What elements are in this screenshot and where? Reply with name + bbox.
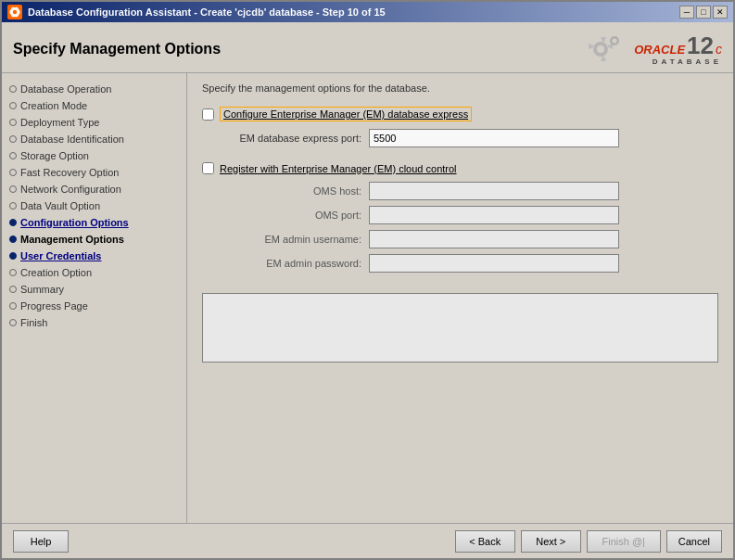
sidebar-item-network-configuration[interactable]: Network Configuration <box>2 181 186 197</box>
sidebar-dot <box>9 135 17 143</box>
sidebar-dot <box>9 286 17 293</box>
svg-point-6 <box>613 39 617 44</box>
em-express-label[interactable]: Configure Enterprise Manager (EM) databa… <box>220 107 472 121</box>
cloud-control-checkbox[interactable] <box>202 162 214 174</box>
help-button[interactable]: Help <box>13 530 69 553</box>
sidebar-dot <box>9 185 17 193</box>
oracle-brand-text: ORACLE 12c DATABASE <box>634 33 722 66</box>
sidebar-dot <box>9 202 17 210</box>
footer-left: Help <box>13 530 69 553</box>
main-window: Database Configuration Assistant - Creat… <box>0 0 735 560</box>
sidebar-dot <box>9 119 17 126</box>
sidebar-item-configuration-options[interactable]: Configuration Options <box>2 214 186 231</box>
em-admin-password-label: EM admin password: <box>221 258 369 269</box>
oracle-name: ORACLE <box>634 43 685 57</box>
sidebar-item-summary[interactable]: Summary <box>2 281 186 298</box>
em-port-label: EM database express port: <box>221 133 369 144</box>
sidebar-dot <box>9 235 17 243</box>
header-area: Specify Management Options ORACLE 12c <box>2 22 733 73</box>
sidebar-item-fast-recovery-option[interactable]: Fast Recovery Option <box>2 164 186 181</box>
em-admin-username-label: EM admin username: <box>221 234 369 245</box>
sidebar-item-database-identification[interactable]: Database Identification <box>2 131 186 147</box>
em-express-checkbox-row: Configure Enterprise Manager (EM) databa… <box>202 107 718 121</box>
em-port-input[interactable] <box>369 129 619 147</box>
sidebar-dot <box>9 102 17 109</box>
oms-port-input[interactable] <box>369 206 619 224</box>
oms-host-row: OMS host: <box>202 182 718 200</box>
em-admin-password-row: EM admin password: <box>202 254 718 273</box>
window-title: Database Configuration Assistant - Creat… <box>28 6 386 18</box>
sidebar-dot <box>9 169 17 176</box>
sidebar-item-creation-option[interactable]: Creation Option <box>2 264 186 281</box>
main-content: Database Operation Creation Mode Deploym… <box>2 73 733 523</box>
oms-host-label: OMS host: <box>221 185 369 197</box>
footer-right: < Back Next > Finish @| Cancel <box>455 530 722 553</box>
em-port-row: EM database express port: <box>202 129 718 147</box>
sidebar: Database Operation Creation Mode Deploym… <box>2 73 187 523</box>
version-number: 12 <box>687 33 714 57</box>
sidebar-item-finish[interactable]: Finish <box>2 314 186 331</box>
sidebar-dot <box>9 85 17 93</box>
sidebar-item-progress-page[interactable]: Progress Page <box>2 298 186 314</box>
sidebar-dot <box>9 252 17 260</box>
sidebar-item-storage-option[interactable]: Storage Option <box>2 147 186 164</box>
sidebar-dot <box>9 152 17 159</box>
app-icon <box>7 5 22 19</box>
description-text: Specify the management options for the d… <box>202 83 718 94</box>
oms-port-row: OMS port: <box>202 206 718 224</box>
version-suffix: c <box>716 42 722 57</box>
cloud-control-label[interactable]: Register with Enterprise Manager (EM) cl… <box>220 163 457 174</box>
content-area: Specify the management options for the d… <box>187 73 733 523</box>
database-label: DATABASE <box>653 57 722 66</box>
sidebar-item-creation-mode[interactable]: Creation Mode <box>2 97 186 114</box>
page-title: Specify Management Options <box>13 41 221 57</box>
oms-host-input[interactable] <box>369 182 619 200</box>
em-admin-password-input[interactable] <box>369 254 619 273</box>
em-admin-username-row: EM admin username: <box>202 230 718 248</box>
title-bar-left: Database Configuration Assistant - Creat… <box>7 5 386 19</box>
sidebar-item-user-credentials[interactable]: User Credentials <box>2 248 186 264</box>
sidebar-item-database-operation[interactable]: Database Operation <box>2 81 186 97</box>
back-button[interactable]: < Back <box>455 530 515 553</box>
next-button[interactable]: Next > <box>521 530 581 553</box>
sidebar-dot <box>9 219 17 226</box>
footer: Help < Back Next > Finish @| Cancel <box>2 523 733 558</box>
svg-point-4 <box>597 45 604 53</box>
window-controls: ─ □ ✕ <box>679 6 728 19</box>
finish-button[interactable]: Finish @| <box>587 530 661 553</box>
sidebar-item-deployment-type[interactable]: Deployment Type <box>2 114 186 131</box>
em-express-checkbox[interactable] <box>202 108 214 121</box>
close-button[interactable]: ✕ <box>713 6 728 19</box>
maximize-button[interactable]: □ <box>696 6 711 19</box>
sidebar-item-data-vault-option[interactable]: Data Vault Option <box>2 197 186 214</box>
cancel-button[interactable]: Cancel <box>666 530 722 553</box>
oms-port-label: OMS port: <box>221 210 369 221</box>
title-bar: Database Configuration Assistant - Creat… <box>2 2 733 22</box>
oracle-logo: ORACLE 12c DATABASE <box>576 30 722 69</box>
gear-graphic <box>576 30 627 69</box>
bottom-info-area <box>202 293 718 363</box>
minimize-button[interactable]: ─ <box>679 6 694 19</box>
sidebar-dot <box>9 269 17 276</box>
sidebar-dot <box>9 319 17 326</box>
oracle-brand: ORACLE 12c <box>634 33 722 57</box>
sidebar-dot <box>9 302 17 310</box>
sidebar-item-management-options[interactable]: Management Options <box>2 231 186 248</box>
cloud-control-checkbox-row: Register with Enterprise Manager (EM) cl… <box>202 162 718 174</box>
em-admin-username-input[interactable] <box>369 230 619 248</box>
